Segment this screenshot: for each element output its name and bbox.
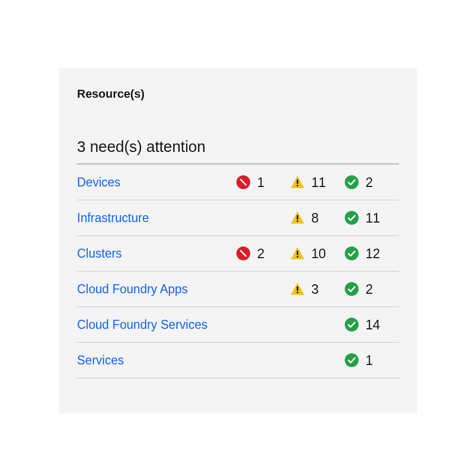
table-row: Infrastructure 8 11 — [77, 200, 399, 236]
table-row: Services 1 — [77, 343, 399, 378]
svg-point-29 — [345, 318, 359, 332]
resource-link-cf-apps[interactable]: Cloud Foundry Apps — [77, 282, 236, 296]
svg-rect-16 — [297, 256, 299, 258]
error-cell: 2 — [236, 246, 291, 261]
ok-count: 12 — [366, 246, 380, 261]
ok-cell: 1 — [345, 353, 399, 368]
svg-rect-10 — [297, 220, 299, 222]
resource-link-services[interactable]: Services — [77, 353, 236, 368]
ok-icon — [345, 175, 359, 189]
svg-point-11 — [345, 211, 359, 225]
table-row: Cloud Foundry Apps 3 2 — [77, 271, 399, 307]
ok-cell: 14 — [345, 317, 399, 333]
table-row: Cloud Foundry Services 14 — [77, 307, 399, 343]
ok-icon — [345, 318, 359, 332]
svg-rect-3 — [297, 180, 299, 184]
warning-icon — [291, 246, 304, 260]
svg-rect-9 — [297, 215, 299, 219]
warning-cell: 11 — [291, 175, 345, 190]
ok-count: 11 — [366, 210, 380, 226]
ok-count: 2 — [366, 175, 372, 190]
resource-link-clusters[interactable]: Clusters — [77, 246, 236, 261]
resource-link-devices[interactable]: Devices — [77, 175, 236, 190]
ok-count: 2 — [366, 282, 372, 297]
warning-count: 10 — [311, 246, 326, 261]
warning-count: 3 — [311, 282, 318, 297]
error-icon — [236, 175, 250, 189]
attention-heading: 3 need(s) attention — [77, 138, 399, 163]
warning-icon — [291, 282, 304, 296]
table-row: Clusters 2 10 12 — [77, 236, 399, 271]
svg-rect-15 — [297, 251, 299, 255]
table-row: Devices 1 11 2 — [77, 165, 399, 200]
ok-icon — [345, 282, 359, 296]
ok-cell: 2 — [345, 282, 399, 297]
resource-link-infrastructure[interactable]: Infrastructure — [77, 211, 236, 225]
svg-rect-22 — [297, 292, 299, 293]
warning-icon — [291, 175, 304, 189]
warning-count: 11 — [311, 175, 326, 190]
svg-rect-4 — [297, 185, 299, 186]
warning-icon — [291, 211, 304, 225]
ok-icon — [345, 211, 359, 225]
ok-count: 1 — [366, 353, 372, 368]
svg-rect-21 — [297, 286, 299, 291]
svg-point-23 — [345, 282, 359, 296]
error-icon — [236, 246, 250, 260]
warning-cell: 10 — [291, 246, 345, 261]
error-count: 1 — [257, 175, 264, 190]
error-count: 2 — [257, 246, 264, 261]
error-cell: 1 — [236, 175, 291, 190]
svg-point-17 — [345, 246, 359, 260]
ok-cell: 2 — [345, 175, 399, 190]
ok-cell: 11 — [345, 210, 399, 226]
ok-icon — [345, 353, 359, 367]
svg-point-5 — [345, 175, 359, 189]
warning-cell: 8 — [291, 210, 345, 226]
warning-count: 8 — [311, 210, 318, 226]
ok-cell: 12 — [345, 246, 399, 261]
resource-link-cf-services[interactable]: Cloud Foundry Services — [77, 318, 236, 332]
svg-point-35 — [345, 353, 359, 367]
ok-count: 14 — [366, 317, 380, 333]
resource-panel: Resource(s) 3 need(s) attention Devices … — [59, 68, 417, 413]
warning-cell: 3 — [291, 282, 345, 297]
panel-title: Resource(s) — [77, 87, 399, 101]
ok-icon — [345, 246, 359, 260]
